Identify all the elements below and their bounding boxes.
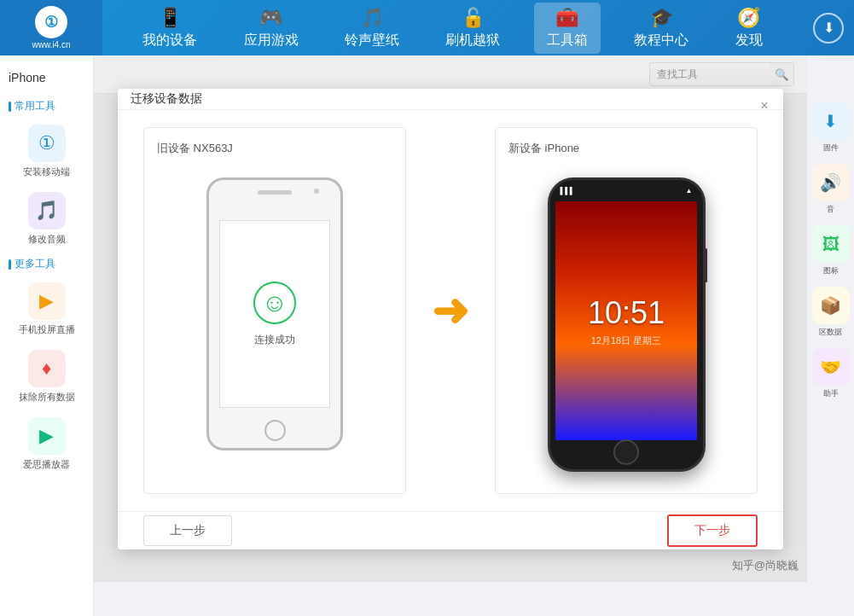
old-phone-home-btn (264, 420, 286, 441)
download-button[interactable]: ⬇ (813, 13, 844, 44)
signal-icon: ▌▌▌ (561, 187, 575, 195)
appicon-label: 图标 (810, 265, 852, 276)
nav-ringtone[interactable]: 🎵 铃声壁纸 (332, 3, 412, 54)
assistant-icon: 🤝 (812, 348, 850, 386)
header: ① www.i4.cn 📱 我的设备 🎮 应用游戏 🎵 铃声壁纸 🔓 刷机越狱 … (0, 0, 854, 55)
sidebar-item-modify-audio[interactable]: 🎵 修改音频 (0, 185, 93, 253)
screen-cast-icon: ▶ (28, 282, 66, 320)
new-phone-screen: 10:51 12月18日 星期三 (555, 201, 697, 440)
right-icon-firmware[interactable]: ⬇ 固件 (810, 102, 852, 154)
nav-ringtone-label: 铃声壁纸 (345, 32, 399, 49)
screen-date: 12月18日 星期三 (591, 334, 662, 347)
old-device-title: 旧设备 NX563J (157, 141, 233, 156)
sidebar-item-wipe-data[interactable]: ♦ 抹除所有数据 (0, 343, 93, 410)
arrow-icon: ➜ (432, 285, 469, 336)
nav-discover-icon: 🧭 (737, 7, 760, 29)
right-icon-appicon[interactable]: 🖼 图标 (810, 225, 852, 276)
nav-jailbreak-label: 刷机越狱 (445, 32, 500, 49)
sidebar-item-install-app[interactable]: ① 安装移动端 (0, 118, 93, 185)
right-icon-audio[interactable]: 🔊 音 (810, 164, 852, 215)
nav-apps-icon: 🎮 (259, 7, 282, 29)
nav-apps-label: 应用游戏 (244, 32, 299, 49)
header-right: ⬇ (803, 13, 854, 44)
watermark: 知乎@尚晓巍 (732, 558, 799, 573)
modify-audio-label: 修改音频 (28, 233, 66, 246)
install-app-label: 安装移动端 (23, 166, 70, 178)
nav-tutorial-icon: 🎓 (650, 7, 673, 29)
nav-device-icon: 📱 (159, 7, 182, 29)
nav-jailbreak[interactable]: 🔓 刷机越狱 (433, 3, 513, 54)
old-device-panel: 旧设备 NX563J ☺ 连接成功 (143, 127, 406, 494)
wifi-icon: ▲ (686, 187, 693, 195)
nav-apps[interactable]: 🎮 应用游戏 (231, 3, 311, 54)
dialog-close-button[interactable]: × (756, 97, 773, 114)
next-button[interactable]: 下一步 (667, 514, 758, 547)
main-area: iPhone 常用工具 ① 安装移动端 🎵 修改音频 更多工具 ▶ 手机投屏直播… (0, 55, 854, 616)
download-icon: ⬇ (823, 20, 834, 36)
old-phone-screen: ☺ 连接成功 (219, 220, 330, 408)
nav-toolbox-icon: 🧰 (555, 7, 578, 29)
old-phone-camera (314, 189, 319, 194)
music-player-label: 爱思播放器 (23, 458, 70, 471)
right-icon-assistant[interactable]: 🤝 助手 (810, 348, 852, 399)
dialog-footer: 上一步 下一步 (118, 511, 783, 549)
new-phone-home-btn (613, 439, 639, 465)
logo-subtext: www.i4.cn (32, 40, 70, 49)
nav-tutorial-label: 教程中心 (634, 32, 688, 49)
dialog-header: 迁移设备数据 × (118, 89, 783, 111)
appicon-icon: 🖼 (812, 225, 850, 263)
zone-data-icon: 📦 (812, 287, 850, 324)
wipe-data-icon: ♦ (28, 350, 66, 387)
install-app-icon: ① (28, 125, 66, 162)
assistant-label: 助手 (810, 388, 852, 399)
logo-icon: ① (35, 6, 67, 38)
sidebar-item-music-player[interactable]: ▶ 爱思播放器 (0, 410, 93, 478)
new-phone-wrap: ▌▌▌ ▲ 10:51 12月18日 星期三 (539, 169, 714, 480)
section-more-tools: 更多工具 (0, 253, 93, 276)
right-panel-partial: ⬇ 固件 🔊 音 🖼 图标 📦 区数据 🤝 助手 (807, 55, 854, 616)
connect-status: 连接成功 (254, 333, 295, 347)
nav-ringtone-icon: 🎵 (361, 7, 384, 29)
new-device-title: 新设备 iPhone (508, 141, 579, 156)
new-phone-side-btn (705, 248, 707, 282)
modify-audio-icon: 🎵 (28, 192, 66, 230)
migrate-dialog: 迁移设备数据 × 旧设备 NX563J ☺ 连接成功 (118, 89, 783, 549)
nav-toolbox[interactable]: 🧰 工具箱 (534, 3, 601, 54)
nav-discover[interactable]: 🧭 发现 (723, 3, 776, 54)
device-label: iPhone (0, 64, 93, 95)
sidebar-item-screen-cast[interactable]: ▶ 手机投屏直播 (0, 276, 93, 343)
audio-icon: 🔊 (812, 164, 850, 201)
right-icon-zone-data[interactable]: 📦 区数据 (810, 287, 852, 338)
new-phone-status-bar: ▌▌▌ ▲ (550, 180, 703, 201)
screen-cast-label: 手机投屏直播 (19, 323, 75, 336)
logo-area: ① www.i4.cn (0, 0, 102, 55)
transfer-arrow: ➜ (423, 127, 478, 494)
old-phone-speaker (258, 190, 292, 195)
new-device-panel: 新设备 iPhone ▌▌▌ ▲ 10:51 12月18日 星期三 (495, 127, 758, 494)
old-phone-mockup: ☺ 连接成功 (206, 177, 343, 450)
nav-tutorial[interactable]: 🎓 教程中心 (621, 3, 701, 54)
sidebar: iPhone 常用工具 ① 安装移动端 🎵 修改音频 更多工具 ▶ 手机投屏直播… (0, 55, 94, 616)
screen-time: 10:51 (588, 295, 665, 331)
nav-my-device[interactable]: 📱 我的设备 (130, 3, 210, 54)
nav-discover-label: 发现 (735, 32, 763, 49)
wipe-data-label: 抹除所有数据 (19, 391, 75, 404)
music-player-icon: ▶ (28, 417, 66, 455)
dialog-body: 旧设备 NX563J ☺ 连接成功 ➜ (118, 110, 783, 511)
firmware-label: 固件 (810, 142, 852, 154)
nav-jailbreak-icon: 🔓 (462, 7, 485, 29)
new-phone-mockup: ▌▌▌ ▲ 10:51 12月18日 星期三 (548, 177, 706, 472)
nav-device-label: 我的设备 (142, 32, 197, 49)
prev-button[interactable]: 上一步 (143, 515, 232, 546)
dialog-overlay: 迁移设备数据 × 旧设备 NX563J ☺ 连接成功 (94, 55, 807, 582)
firmware-icon: ⬇ (812, 102, 850, 140)
zone-data-label: 区数据 (810, 327, 852, 338)
nav-bar: 📱 我的设备 🎮 应用游戏 🎵 铃声壁纸 🔓 刷机越狱 🧰 工具箱 🎓 教程中心… (102, 3, 803, 54)
audio-label: 音 (810, 204, 852, 215)
section-common-tools: 常用工具 (0, 95, 93, 118)
content-area: 🔍 迁移设备数据 × 旧设备 NX563J (94, 55, 807, 616)
nav-toolbox-label: 工具箱 (547, 32, 588, 49)
smiley-icon: ☺ (253, 282, 296, 324)
dialog-title: 迁移设备数据 (131, 91, 202, 107)
